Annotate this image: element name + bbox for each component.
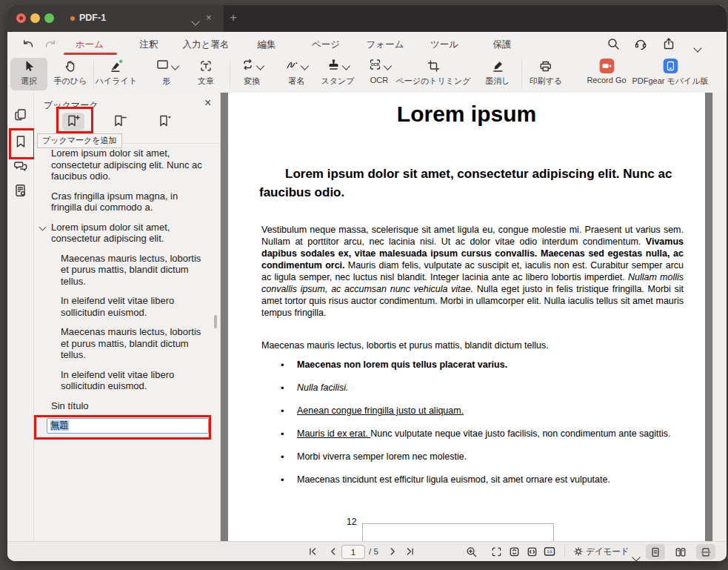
add-bookmark-tooltip: ブックマークを追加 [37, 133, 122, 148]
toolbar: 選択 手のひら ハイライト 形 文章 変換 署名 スタンプ OCR OCR ペ [7, 56, 727, 93]
remove-bookmark-button[interactable] [112, 113, 128, 129]
actual-size-icon[interactable]: 1:1 [543, 544, 556, 559]
day-mode-chevron-icon[interactable] [633, 550, 639, 561]
app-window: PDF-1 × + ホーム 注釈 入力と署名 編集 ページ フォーム ツール 保… [7, 5, 727, 561]
bullet-item: Mauris id ex erat. Nunc vulputate neque … [261, 427, 685, 441]
zoom-window-button[interactable] [44, 13, 54, 23]
close-window-button[interactable] [16, 13, 26, 23]
cursor-icon [21, 58, 37, 74]
crop-pages-button[interactable]: ページのトリミング [395, 58, 470, 87]
bookmarks-panel: ブックマーク × ブックマークを追加 Lorem ipsum dolor sit… [34, 93, 221, 541]
shape-icon [156, 57, 170, 75]
bookmark-item[interactable]: In eleifend velit vitae libero sollicitu… [34, 295, 210, 318]
bookmark-title-input[interactable]: 無題 [47, 418, 209, 434]
tab-close-icon[interactable]: × [206, 12, 212, 23]
first-page-button[interactable] [307, 544, 318, 559]
page-number-input[interactable] [341, 545, 365, 559]
unsaved-dot-icon [70, 16, 75, 21]
table-outline [362, 523, 554, 541]
pdfgear-mobile-button[interactable]: PDFgear モバイル版 [632, 58, 708, 87]
active-tab[interactable]: PDF-1 × [7, 5, 224, 32]
previous-page-button[interactable] [327, 544, 339, 559]
last-page-button[interactable] [404, 544, 416, 559]
bookmark-item[interactable]: Sin título [34, 400, 210, 412]
sign-button[interactable]: 署名 [285, 58, 308, 87]
tab-annotate[interactable]: 注釈 [140, 39, 158, 51]
two-page-view-button[interactable] [671, 544, 690, 560]
convert-icon [241, 57, 256, 75]
next-page-button[interactable] [387, 544, 398, 559]
crop-icon [395, 58, 470, 74]
chevron-down-icon [384, 62, 392, 70]
fit-width-icon[interactable] [526, 544, 538, 559]
page-thumbnails-icon[interactable] [13, 107, 28, 122]
chevron-down-icon [342, 62, 350, 70]
status-bar: / 5 1:1 デイモード [7, 541, 727, 561]
select-button[interactable]: 選択 [21, 58, 37, 87]
new-tab-button[interactable]: + [230, 10, 237, 25]
panel-scrollbar-thumb[interactable] [214, 315, 217, 328]
redact-marker-icon [485, 58, 510, 74]
day-mode-selector[interactable]: デイモード [586, 544, 630, 559]
share-icon[interactable] [661, 36, 676, 51]
hand-button[interactable]: 手のひら [54, 58, 87, 87]
bullet-item: Morbi viverra semper lorem nec molestie. [261, 450, 685, 464]
tab-title: PDF-1 [79, 13, 106, 23]
fit-height-icon[interactable] [508, 544, 521, 559]
tab-chevron-down-icon[interactable] [193, 14, 198, 27]
bookmark-item[interactable]: Lorem ipsum dolor sit amet, consectetur … [34, 222, 210, 245]
print-button[interactable]: 印刷する [530, 58, 563, 87]
chevron-down-icon [301, 62, 309, 70]
title-bar: PDF-1 × + [7, 5, 727, 32]
redo-icon[interactable] [43, 36, 58, 51]
minimize-window-button[interactable] [30, 13, 40, 23]
bookmark-item[interactable]: Lorem ipsum dolor sit amet, consectetur … [34, 148, 210, 182]
undo-icon[interactable] [21, 36, 36, 51]
bookmark-options-button[interactable] [157, 113, 173, 129]
tab-form[interactable]: フォーム [367, 39, 404, 51]
actual-size-label: 1:1 [547, 550, 552, 554]
bookmark-item[interactable]: Maecenas mauris lectus, lobortis et puru… [34, 253, 210, 288]
tab-edit[interactable]: 編集 [258, 39, 276, 51]
zoom-icon[interactable] [465, 544, 478, 559]
search-icon[interactable] [606, 36, 621, 51]
pdf-bullet-list: Maecenas non lorem quis tellus placerat … [261, 358, 685, 496]
bookmark-item[interactable]: In eleifend velit vitae libero sollicitu… [34, 369, 210, 392]
redact-button[interactable]: 墨消し [485, 58, 510, 87]
panel-close-icon[interactable]: × [204, 96, 211, 110]
bullet-item: Aenean congue fringilla justo ut aliquam… [261, 404, 685, 418]
bookmark-rename-row: 無題 [34, 418, 212, 435]
tab-fill-sign[interactable]: 入力と署名 [183, 39, 230, 51]
record-go-button[interactable]: Record Go [587, 58, 626, 84]
document-certificate-icon[interactable] [13, 183, 28, 198]
highlight-button[interactable]: ハイライト [96, 58, 137, 87]
continuous-scroll-view-button[interactable] [696, 544, 715, 560]
selected-text: 無題 [50, 420, 69, 431]
tab-protect[interactable]: 保護 [493, 39, 512, 51]
svg-text:OCR: OCR [371, 62, 380, 67]
bookmark-item[interactable]: Cras fringilla ipsum magna, in fringilla… [34, 190, 210, 213]
convert-button[interactable]: 変換 [241, 58, 264, 87]
document-scrollbar-track[interactable] [712, 93, 727, 541]
tab-tools[interactable]: ツール [430, 39, 458, 51]
annotation-box-rail-bookmark [9, 128, 36, 159]
toolbar-divider [230, 60, 230, 88]
bookmark-list: Lorem ipsum dolor sit amet, consectetur … [34, 148, 212, 435]
toolbar-divider [521, 60, 522, 88]
tab-home[interactable]: ホーム [76, 39, 104, 51]
bookmark-item[interactable]: Maecenas mauris lectus, lobortis et puru… [34, 326, 210, 361]
pdf-page[interactable]: Lorem ipsum Lorem ipsum dolor sit amet, … [228, 93, 705, 541]
pdf-paragraph: Maecenas mauris lectus, lobortis et puru… [261, 340, 549, 351]
support-headset-icon[interactable] [633, 36, 648, 51]
stamp-button[interactable]: スタンプ [321, 58, 354, 87]
sun-icon [572, 544, 584, 559]
ocr-button[interactable]: OCR OCR [368, 58, 391, 84]
single-page-view-button[interactable] [646, 544, 665, 560]
expand-chevron-icon[interactable] [39, 223, 47, 231]
shape-button[interactable]: 形 [156, 58, 178, 87]
collapse-ribbon-chevron-icon[interactable] [695, 41, 701, 54]
tab-page[interactable]: ページ [312, 39, 340, 51]
text-button[interactable]: 文章 [198, 58, 214, 87]
comments-icon[interactable] [13, 159, 28, 173]
fit-page-icon[interactable] [490, 544, 503, 559]
